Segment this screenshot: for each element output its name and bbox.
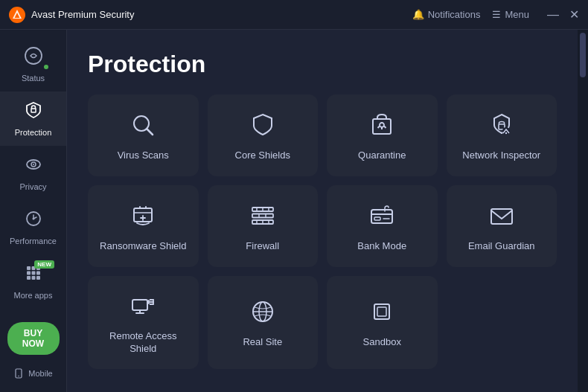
svg-point-22 xyxy=(380,123,384,127)
bank-mode-label: Bank Mode xyxy=(357,240,406,253)
menu-icon: ☰ xyxy=(492,9,501,20)
window-controls: — ✕ xyxy=(547,9,579,21)
svg-rect-13 xyxy=(36,271,40,275)
remote-access-shield-label: Remote Access Shield xyxy=(97,330,190,356)
sidebar-more-apps-label: More apps xyxy=(14,291,53,300)
grid-item-ransomware-shield[interactable]: Ransomware Shield xyxy=(88,185,199,267)
sidebar-privacy-label: Privacy xyxy=(19,182,46,191)
firewall-icon xyxy=(249,202,276,233)
grid-item-real-site[interactable]: Real Site xyxy=(208,276,319,369)
svg-rect-12 xyxy=(31,271,35,275)
core-shields-label: Core Shields xyxy=(235,150,290,162)
svg-rect-2 xyxy=(31,109,36,112)
firewall-label: Firewall xyxy=(246,240,279,253)
real-site-label: Real Site xyxy=(243,336,282,349)
grid-item-remote-access-shield[interactable]: Remote Access Shield xyxy=(88,276,199,369)
core-shields-icon xyxy=(249,112,276,142)
svg-point-28 xyxy=(505,132,507,134)
mobile-label: Mobile xyxy=(28,369,52,378)
status-dot xyxy=(42,63,50,71)
svg-rect-44 xyxy=(374,217,380,220)
app-body: Status Protection Privacy xyxy=(0,30,588,392)
svg-rect-21 xyxy=(373,119,391,134)
svg-point-1 xyxy=(25,48,42,64)
sandbox-icon xyxy=(368,298,395,329)
grid-item-bank-mode[interactable]: Bank Mode xyxy=(327,185,438,267)
svg-rect-32 xyxy=(252,214,273,218)
sidebar-item-privacy[interactable]: Privacy xyxy=(0,146,66,200)
quarantine-label: Quarantine xyxy=(358,150,406,162)
email-guardian-label: Email Guardian xyxy=(468,240,535,253)
grid-item-network-inspector[interactable]: Network Inspector xyxy=(447,94,557,176)
scrollbar[interactable] xyxy=(578,30,588,392)
privacy-icon xyxy=(24,155,43,179)
main-content: Protection Virus Scans xyxy=(67,30,578,392)
svg-line-24 xyxy=(378,126,380,129)
svg-rect-15 xyxy=(31,276,35,280)
grid-item-email-guardian[interactable]: Email Guardian xyxy=(447,185,557,267)
svg-rect-53 xyxy=(374,304,389,319)
bank-mode-icon xyxy=(368,202,395,233)
sidebar-performance-label: Performance xyxy=(10,237,57,245)
mobile-icon xyxy=(13,368,24,379)
titlebar-right: 🔔 Notifications ☰ Menu — ✕ xyxy=(412,9,579,21)
page-title: Protection xyxy=(88,51,557,78)
titlebar: Avast Premium Security 🔔 Notifications ☰… xyxy=(0,0,588,30)
avast-logo-icon xyxy=(9,7,25,23)
virus-scans-label: Virus Scans xyxy=(118,150,169,162)
network-inspector-label: Network Inspector xyxy=(462,150,540,162)
sidebar-item-more-apps[interactable]: NEW More apps xyxy=(0,254,66,309)
titlebar-left: Avast Premium Security xyxy=(9,7,412,23)
protection-grid: Virus Scans Core Shields xyxy=(88,94,557,369)
svg-rect-47 xyxy=(132,300,147,310)
sidebar-status-label: Status xyxy=(22,74,45,83)
new-badge: NEW xyxy=(34,260,54,269)
real-site-icon xyxy=(249,298,276,329)
performance-icon xyxy=(24,209,43,233)
grid-item-firewall[interactable]: Firewall xyxy=(208,185,319,267)
ransomware-shield-icon xyxy=(130,202,156,233)
svg-line-25 xyxy=(384,126,386,129)
minimize-button[interactable]: — xyxy=(547,9,559,21)
sandbox-label: Sandbox xyxy=(363,336,401,349)
sidebar-protection-label: Protection xyxy=(15,128,52,137)
close-button[interactable]: ✕ xyxy=(569,9,579,21)
scrollbar-thumb[interactable] xyxy=(580,33,586,77)
bell-icon: 🔔 xyxy=(412,9,424,20)
svg-point-7 xyxy=(32,218,34,220)
svg-rect-11 xyxy=(27,271,31,275)
sidebar: Status Protection Privacy xyxy=(0,30,67,392)
app-title: Avast Premium Security xyxy=(31,9,134,20)
sidebar-item-protection[interactable]: Protection xyxy=(0,91,66,146)
svg-rect-16 xyxy=(36,276,40,280)
svg-rect-42 xyxy=(371,210,392,223)
menu-button[interactable]: ☰ Menu xyxy=(492,9,529,20)
grid-item-sandbox[interactable]: Sandbox xyxy=(327,276,438,369)
svg-rect-14 xyxy=(27,276,31,280)
status-icon xyxy=(24,46,43,70)
email-guardian-icon xyxy=(488,202,515,233)
svg-rect-8 xyxy=(27,266,31,270)
grid-item-virus-scans[interactable]: Virus Scans xyxy=(88,94,199,176)
svg-rect-46 xyxy=(491,209,512,224)
quarantine-icon xyxy=(368,112,395,142)
protection-icon xyxy=(24,100,43,124)
sidebar-item-status[interactable]: Status xyxy=(0,37,66,91)
notifications-label: Notifications xyxy=(428,9,481,20)
ransomware-shield-label: Ransomware Shield xyxy=(100,240,186,253)
buy-now-button[interactable]: BUY NOW xyxy=(7,322,60,355)
svg-point-5 xyxy=(33,164,34,165)
grid-item-core-shields[interactable]: Core Shields xyxy=(208,94,319,176)
grid-item-quarantine[interactable]: Quarantine xyxy=(327,94,438,176)
virus-scans-icon xyxy=(130,112,156,142)
svg-point-18 xyxy=(18,376,19,377)
svg-rect-54 xyxy=(377,307,386,316)
remote-access-shield-icon xyxy=(130,292,156,323)
notifications-button[interactable]: 🔔 Notifications xyxy=(412,9,481,20)
sidebar-item-mobile[interactable]: Mobile xyxy=(0,362,66,385)
network-inspector-icon xyxy=(488,112,515,142)
svg-line-20 xyxy=(147,129,153,135)
sidebar-item-performance[interactable]: Performance xyxy=(0,200,66,254)
menu-label: Menu xyxy=(505,9,529,20)
